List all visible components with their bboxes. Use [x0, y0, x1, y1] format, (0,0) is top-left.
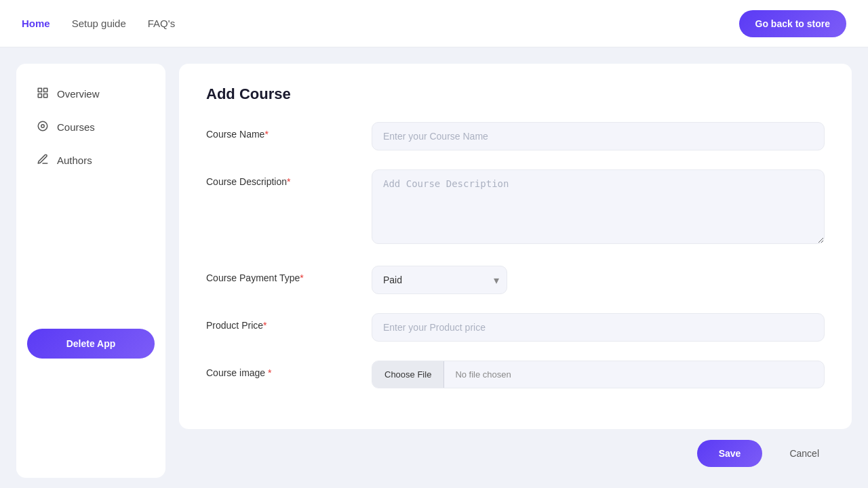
footer-actions: Save Cancel — [179, 429, 852, 478]
svg-rect-0 — [38, 88, 41, 92]
sidebar-item-label-overview: Overview — [57, 88, 100, 100]
sidebar-item-label-authors: Authors — [57, 155, 92, 166]
save-button[interactable]: Save — [697, 440, 763, 467]
sidebar-item-label-courses: Courses — [57, 121, 95, 133]
payment-type-label: Course Payment Type* — [206, 266, 355, 283]
payment-type-select-wrapper: Paid Free ▾ — [372, 266, 507, 294]
topnav-links: Home Setup guide FAQ's — [22, 18, 175, 29]
choose-file-button[interactable]: Choose File — [372, 361, 444, 388]
nav-home[interactable]: Home — [22, 18, 50, 29]
product-price-input[interactable] — [372, 313, 825, 342]
svg-point-5 — [41, 125, 45, 128]
product-price-label: Product Price* — [206, 313, 355, 331]
cancel-button[interactable]: Cancel — [773, 440, 835, 467]
courses-icon — [37, 120, 49, 134]
course-description-input[interactable] — [372, 169, 825, 244]
svg-rect-1 — [44, 88, 47, 92]
topnav: Home Setup guide FAQ's Go back to store — [0, 0, 868, 47]
course-description-label: Course Description* — [206, 169, 355, 187]
payment-type-row: Course Payment Type* Paid Free ▾ — [206, 266, 825, 294]
form-title: Add Course — [206, 85, 825, 103]
authors-icon — [37, 153, 49, 167]
product-price-control — [372, 313, 825, 342]
course-name-row: Course Name* — [206, 122, 825, 150]
sidebar: Overview Courses Authors Delete App — [16, 64, 165, 478]
add-course-form: Add Course Course Name* Course Descripti… — [179, 64, 852, 429]
sidebar-item-courses[interactable]: Courses — [27, 113, 155, 141]
overview-icon — [37, 87, 49, 101]
nav-setup-guide[interactable]: Setup guide — [72, 18, 126, 29]
svg-rect-2 — [38, 94, 41, 98]
sidebar-item-overview[interactable]: Overview — [27, 80, 155, 108]
delete-app-button[interactable]: Delete App — [27, 329, 155, 359]
svg-point-4 — [38, 121, 47, 131]
nav-faq[interactable]: FAQ's — [148, 18, 175, 29]
main-layout: Overview Courses Authors Delete App Add — [0, 47, 868, 488]
course-name-label: Course Name* — [206, 122, 355, 140]
course-name-control — [372, 122, 825, 150]
file-input-wrapper: Choose File No file chosen — [372, 361, 825, 388]
course-name-input[interactable] — [372, 122, 825, 150]
course-image-row: Course image * Choose File No file chose… — [206, 361, 825, 388]
payment-type-select[interactable]: Paid Free — [372, 266, 507, 294]
go-back-to-store-button[interactable]: Go back to store — [739, 10, 846, 37]
course-image-control: Choose File No file chosen — [372, 361, 825, 388]
product-price-row: Product Price* — [206, 313, 825, 342]
sidebar-item-authors[interactable]: Authors — [27, 146, 155, 174]
file-name-text: No file chosen — [444, 361, 521, 388]
course-image-label: Course image * — [206, 361, 355, 378]
payment-type-control: Paid Free ▾ — [372, 266, 825, 294]
course-description-control — [372, 169, 825, 247]
course-description-row: Course Description* — [206, 169, 825, 247]
svg-rect-3 — [44, 94, 47, 98]
